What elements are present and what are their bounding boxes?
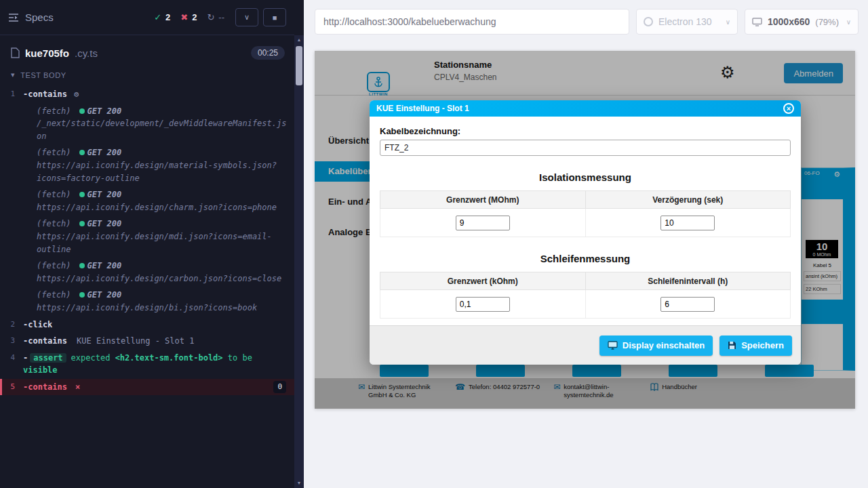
restart-icon: ↻: [207, 12, 214, 22]
loop-section-title: Schleifenmessung: [380, 253, 791, 264]
status-dot-icon: [79, 108, 85, 114]
electron-icon: [644, 17, 653, 26]
test-body-toggle[interactable]: ▾ TEST BODY: [0, 65, 294, 83]
caret-down-icon: ▾: [11, 70, 15, 79]
fetch-log-row[interactable]: (fetch)GET 200 https://api.iconify.desig…: [0, 258, 294, 287]
display-on-button[interactable]: Display einschalten: [599, 336, 713, 356]
monitor-icon: [752, 18, 762, 26]
isolation-table: Grenzwert (MOhm) Verzögerung (sek): [380, 190, 791, 237]
viewport-size: 1000x660: [768, 16, 810, 27]
stop-icon: ■: [273, 14, 277, 22]
command-contains-failed[interactable]: 5 -contains× 0: [0, 379, 294, 396]
status-dot-icon: [79, 150, 85, 155]
cross-icon: ✖: [180, 12, 188, 22]
save-floppy-icon: [728, 341, 736, 350]
app-under-test: Stationsname CPLV4_Maschen ⚙ Abmelden LI…: [315, 51, 855, 409]
iso-delay-input[interactable]: [660, 216, 715, 230]
spec-duration-badge: 00:25: [251, 46, 285, 60]
browser-label: Electron 130: [658, 16, 712, 27]
modal-title: KUE Einstellung - Slot 1: [376, 104, 469, 113]
specs-label: Specs: [25, 12, 54, 23]
loop-limit-input[interactable]: [456, 297, 510, 312]
fetch-url: https://api.iconify.design/carbon.json?i…: [37, 272, 288, 285]
options-gear-icon: ⚙: [74, 89, 79, 99]
fetch-url: https://api.iconify.design/mdi.json?icon…: [37, 230, 288, 256]
cypress-reporter: Specs ✓2 ✖2 ↻-- ∨ ■ kue705fo .cy.ts 00:2…: [0, 0, 304, 488]
stop-button[interactable]: ■: [263, 8, 286, 26]
fetch-log-row[interactable]: (fetch)GET 200 https://api.iconify.desig…: [0, 186, 294, 216]
fetch-url: /_next/static/development/_devMiddleware…: [37, 117, 288, 142]
url-toolbar: Electron 130 ∨ 1000x660 (79%) ∨: [315, 9, 859, 35]
command-click[interactable]: 2 -click: [0, 317, 294, 333]
command-contains-1[interactable]: 1 -contains⚙: [0, 86, 294, 103]
command-assert[interactable]: 4 -assertexpected <h2.text-sm.font-bold>…: [0, 350, 294, 379]
stat-failed: ✖2: [180, 12, 197, 22]
command-contains-3[interactable]: 3 -containsKUE Einstellung - Slot 1: [0, 333, 294, 350]
scroll-up-icon[interactable]: ▲: [297, 35, 302, 45]
status-dot-icon: [79, 263, 85, 268]
spec-row[interactable]: kue705fo .cy.ts 00:25: [0, 35, 294, 65]
browser-selector[interactable]: Electron 130 ∨: [636, 9, 738, 35]
iso-col2-header: Verzögerung (sek): [585, 191, 791, 209]
reporter-scrollbar[interactable]: ▲ ▼: [294, 35, 304, 488]
close-icon[interactable]: ×: [783, 103, 794, 114]
stat-passed: ✓2: [154, 12, 170, 22]
display-icon: [608, 341, 618, 350]
assert-selector-code: <h2.text-sm.font-bold>: [115, 353, 223, 363]
scrollbar-thumb[interactable]: [296, 46, 302, 85]
assert-badge: assert: [30, 353, 66, 363]
url-input[interactable]: [315, 9, 629, 35]
fetch-log-row[interactable]: (fetch)GET 200 /_next/static/development…: [0, 103, 294, 145]
loop-col2-header: Schleifenintervall (h): [585, 272, 791, 290]
modal-header[interactable]: KUE Einstellung - Slot 1 ×: [370, 100, 801, 117]
test-body-label: TEST BODY: [20, 71, 66, 79]
viewport-zoom: (79%): [815, 17, 839, 27]
fetch-url: https://api.iconify.design/bi.json?icons…: [37, 302, 288, 314]
test-stats: ✓2 ✖2 ↻--: [154, 12, 224, 22]
kue-settings-modal: KUE Einstellung - Slot 1 × Kabelbezeichn…: [370, 100, 801, 365]
check-icon: ✓: [154, 12, 161, 22]
fetch-url: https://api.iconify.design/material-symb…: [37, 159, 288, 184]
chevron-down-icon: ∨: [244, 13, 250, 22]
cable-name-label: Kabelbezeichnung:: [380, 126, 791, 136]
status-dot-icon: [79, 292, 85, 298]
fetch-log-row[interactable]: (fetch)GET 200 https://api.iconify.desig…: [0, 216, 294, 258]
reporter-header: Specs ✓2 ✖2 ↻-- ∨ ■: [0, 0, 294, 35]
loop-col1-header: Grenzwert (kOhm): [380, 272, 586, 290]
iso-limit-input[interactable]: [456, 216, 510, 230]
status-dot-icon: [79, 221, 85, 226]
status-dot-icon: [79, 192, 85, 197]
stat-pending: ↻--: [207, 12, 224, 22]
fetch-log-row[interactable]: (fetch)GET 200 https://api.iconify.desig…: [0, 144, 294, 186]
spec-file-icon: [11, 47, 20, 58]
specs-menu-icon: [8, 13, 19, 22]
element-count-badge: 0: [273, 381, 286, 393]
loop-table: Grenzwert (kOhm) Schleifenintervall (h): [380, 272, 791, 319]
chevron-down-icon: ∨: [846, 18, 851, 26]
viewport-selector[interactable]: 1000x660 (79%) ∨: [745, 9, 859, 35]
spec-name: kue705fo: [25, 47, 69, 59]
fail-cross-icon: ×: [75, 382, 80, 392]
loop-interval-input[interactable]: [660, 297, 715, 312]
modal-footer: Display einschalten Speichern: [370, 325, 801, 365]
isolation-section-title: Isolationsmessung: [380, 171, 791, 183]
fetch-url: https://api.iconify.design/charm.json?ic…: [37, 201, 288, 214]
save-button[interactable]: Speichern: [719, 336, 792, 356]
collapse-button[interactable]: ∨: [235, 8, 258, 26]
command-log: 1 -contains⚙ (fetch)GET 200 /_next/stati…: [0, 83, 294, 395]
scroll-down-icon[interactable]: ▼: [297, 479, 302, 488]
spec-extension: .cy.ts: [75, 47, 98, 59]
cable-name-input[interactable]: [380, 140, 791, 156]
fetch-log-row[interactable]: (fetch)GET 200 https://api.iconify.desig…: [0, 287, 294, 316]
iso-col1-header: Grenzwert (MOhm): [380, 191, 586, 209]
specs-menu-button[interactable]: Specs: [8, 12, 54, 23]
chevron-down-icon: ∨: [726, 18, 730, 26]
browser-stage: Electron 130 ∨ 1000x660 (79%) ∨ Stations…: [304, 0, 868, 488]
